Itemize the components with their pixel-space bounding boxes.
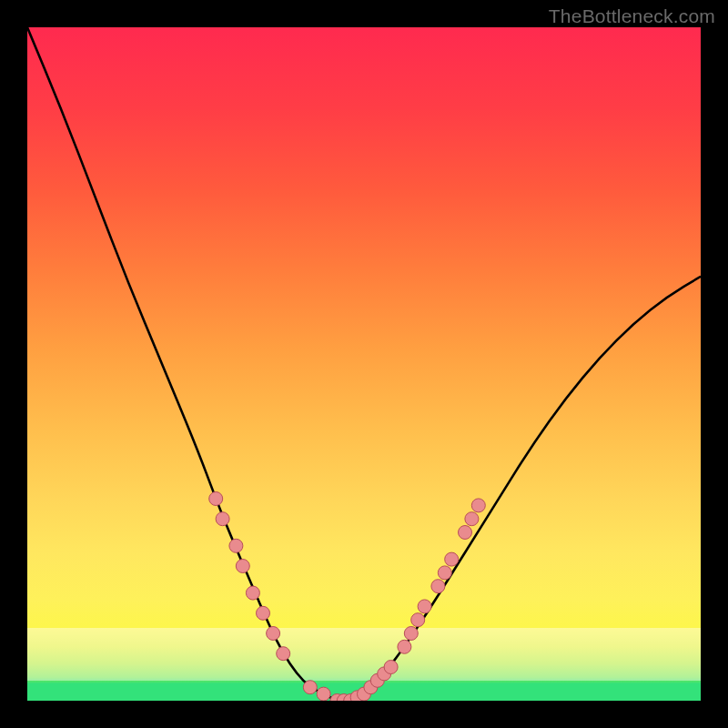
data-marker [236, 560, 249, 573]
data-marker [303, 681, 317, 694]
data-marker [411, 613, 425, 627]
data-marker [267, 627, 280, 641]
data-marker [438, 566, 451, 580]
data-marker [257, 606, 270, 620]
data-marker [418, 600, 431, 613]
data-marker [459, 526, 472, 540]
data-marker [404, 627, 418, 641]
data-marker [229, 539, 243, 552]
data-marker [465, 512, 479, 526]
data-marker [216, 512, 229, 526]
marker-group [209, 492, 486, 702]
chart-frame: TheBottleneck.com [0, 0, 728, 728]
data-marker [277, 647, 290, 661]
data-marker [431, 580, 445, 593]
data-marker [209, 492, 223, 506]
data-marker [317, 687, 330, 701]
plot-area [27, 27, 701, 701]
watermark-text: TheBottleneck.com [549, 5, 715, 27]
data-marker [398, 640, 411, 653]
bottleneck-curve [27, 27, 701, 701]
data-marker [445, 552, 459, 566]
data-marker [471, 499, 485, 512]
data-marker [246, 586, 259, 600]
data-marker [384, 661, 398, 674]
curve-svg [27, 27, 701, 701]
